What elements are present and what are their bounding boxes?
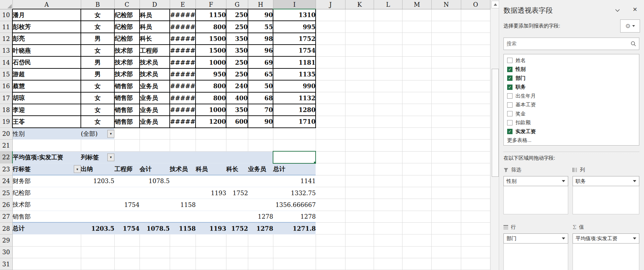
cell-K13[interactable] — [345, 45, 374, 56]
cell-D30[interactable] — [140, 246, 170, 258]
cell-O20[interactable] — [461, 128, 490, 140]
cell-K26[interactable] — [345, 199, 374, 211]
cell-D20[interactable] — [140, 128, 170, 140]
cell-I10[interactable]: 1310 — [273, 9, 316, 21]
row-header-30[interactable]: 30 — [0, 246, 12, 258]
cell-I21[interactable] — [273, 140, 316, 151]
cell-E14[interactable]: ##### — [170, 56, 196, 68]
cell-H21[interactable] — [248, 140, 273, 151]
cell-I30[interactable] — [273, 246, 316, 258]
row-header-12[interactable]: 12 — [0, 33, 12, 45]
cell-H17[interactable]: 68 — [248, 92, 273, 104]
field-checkbox[interactable] — [507, 111, 513, 116]
cell-O12[interactable] — [461, 33, 490, 45]
cell-L17[interactable] — [374, 92, 402, 104]
values-well[interactable]: 平均值项:实发工资 — [573, 233, 639, 270]
cell-M14[interactable] — [402, 56, 431, 68]
cell-I18[interactable]: 1280 — [273, 104, 316, 116]
cell-L12[interactable] — [374, 33, 402, 45]
scroll-up-button[interactable] — [491, 1, 499, 8]
cell-D26[interactable] — [140, 199, 170, 211]
row-header-26[interactable]: 26 — [0, 199, 12, 211]
cell-L27[interactable] — [374, 211, 402, 222]
tools-button[interactable]: ⚙ — [620, 19, 640, 33]
cell-E10[interactable]: ##### — [170, 9, 196, 21]
cell-D17[interactable]: 业务员 — [140, 92, 170, 104]
cell-E29[interactable] — [170, 234, 196, 246]
cell-D25[interactable] — [140, 187, 170, 199]
cell-M28[interactable] — [402, 222, 431, 234]
cell-M24[interactable] — [402, 175, 431, 187]
cell-C30[interactable] — [114, 246, 140, 258]
cell-K16[interactable] — [345, 80, 374, 92]
cell-L13[interactable] — [374, 45, 402, 56]
row-header-23[interactable]: 23 — [0, 163, 12, 175]
field-checkbox[interactable] — [507, 102, 513, 108]
vertical-scrollbar[interactable] — [490, 0, 499, 270]
cell-N23[interactable] — [431, 163, 461, 175]
cell-C22[interactable] — [114, 151, 140, 163]
cell-L30[interactable] — [374, 246, 402, 258]
field-checkbox[interactable] — [507, 67, 513, 72]
cell-A30[interactable] — [12, 246, 81, 258]
cell-J14[interactable] — [316, 56, 345, 68]
cell-M30[interactable] — [402, 246, 431, 258]
cell-B10[interactable]: 女 — [81, 9, 114, 21]
cell-A21[interactable] — [12, 140, 81, 151]
cell-F20[interactable] — [196, 128, 226, 140]
cell-D27[interactable] — [140, 211, 170, 222]
cell-F17[interactable]: 800 — [196, 92, 226, 104]
cell-H16[interactable]: 50 — [248, 80, 273, 92]
cell-J22[interactable] — [316, 151, 345, 163]
column-header-J[interactable]: J — [316, 0, 345, 9]
cell-D13[interactable]: 工程师 — [140, 45, 170, 56]
row-header-15[interactable]: 15 — [0, 68, 12, 80]
cell-N13[interactable] — [431, 45, 461, 56]
cell-N31[interactable] — [431, 258, 461, 270]
cell-I12[interactable]: 1752 — [273, 33, 316, 45]
cell-A16[interactable]: 蔡慧 — [12, 80, 81, 92]
cell-J27[interactable] — [316, 211, 345, 222]
cell-D15[interactable]: 技术员 — [140, 68, 170, 80]
cell-O17[interactable] — [461, 92, 490, 104]
cell-C29[interactable] — [114, 234, 140, 246]
field-item[interactable]: 基本工资 — [504, 101, 639, 110]
cell-G26[interactable] — [226, 199, 248, 211]
cell-J23[interactable] — [316, 163, 345, 175]
field-chip[interactable]: 职务 — [573, 176, 639, 186]
cell-G11[interactable]: 250 — [226, 21, 248, 33]
cell-C31[interactable] — [114, 258, 140, 270]
row-header-31[interactable]: 31 — [0, 258, 12, 270]
more-tables-link[interactable]: 更多表格... — [504, 136, 639, 145]
cell-O25[interactable] — [461, 187, 490, 199]
cell-F25[interactable]: 1193 — [196, 187, 226, 199]
rows-well[interactable]: 部门 — [503, 233, 568, 270]
cell-D29[interactable] — [140, 234, 170, 246]
cell-C28[interactable]: 1754 — [114, 222, 140, 234]
cell-G27[interactable] — [226, 211, 248, 222]
column-header-E[interactable]: E — [170, 0, 196, 9]
cell-H30[interactable] — [248, 246, 273, 258]
cell-N29[interactable] — [431, 234, 461, 246]
cell-A11[interactable]: 彭枚芳 — [12, 21, 81, 33]
column-header-K[interactable]: K — [345, 0, 374, 9]
cell-N27[interactable] — [431, 211, 461, 222]
cell-B13[interactable]: 女 — [81, 45, 114, 56]
cell-E12[interactable]: ##### — [170, 33, 196, 45]
cell-H28[interactable]: 1278 — [248, 222, 273, 234]
cell-A25[interactable]: 纪检部 — [12, 187, 81, 199]
cell-N18[interactable] — [431, 104, 461, 116]
row-header-13[interactable]: 13 — [0, 45, 12, 56]
cell-O23[interactable] — [461, 163, 490, 175]
cell-G16[interactable]: 240 — [226, 80, 248, 92]
cell-F28[interactable]: 1193 — [196, 222, 226, 234]
row-header-17[interactable]: 17 — [0, 92, 12, 104]
cell-C13[interactable]: 技术部 — [114, 45, 140, 56]
cell-F31[interactable] — [196, 258, 226, 270]
cell-G22[interactable] — [226, 151, 248, 163]
cell-A12[interactable]: 彭亮 — [12, 33, 81, 45]
cell-H11[interactable]: 55 — [248, 21, 273, 33]
column-header-B[interactable]: B — [81, 0, 114, 9]
cell-E24[interactable] — [170, 175, 196, 187]
cell-G10[interactable]: 250 — [226, 9, 248, 21]
